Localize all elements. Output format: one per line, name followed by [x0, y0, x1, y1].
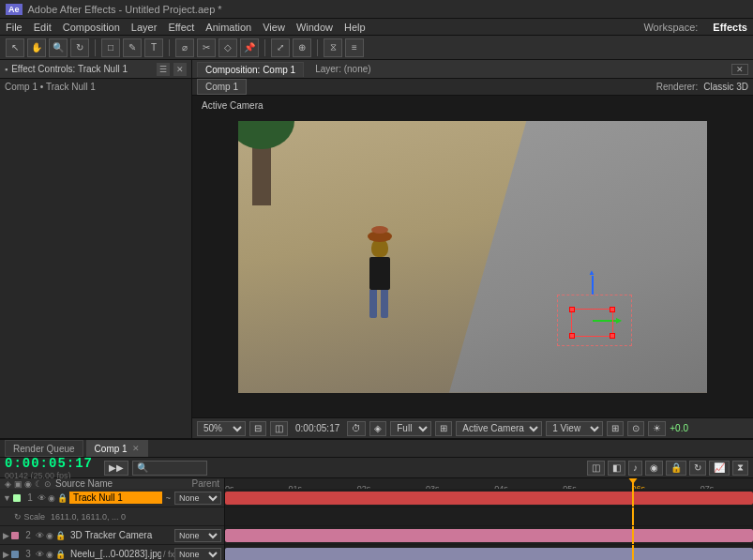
selection-tool[interactable]: ↖: [6, 38, 24, 57]
panel-menu-btn[interactable]: ☰: [157, 63, 170, 76]
menu-layer[interactable]: Layer: [131, 22, 158, 33]
time-btn[interactable]: ⏱: [347, 421, 366, 436]
layer-switch-1: ~: [166, 493, 171, 503]
person-leg-left: [369, 290, 377, 318]
menu-window[interactable]: Window: [296, 22, 333, 33]
track-bar-3: [225, 548, 753, 560]
zoom-select[interactable]: 50% 100%: [197, 421, 246, 436]
menu-composition[interactable]: Composition: [63, 22, 120, 33]
viewer-close-btn[interactable]: ✕: [731, 64, 748, 75]
track-playhead-1: [632, 489, 634, 507]
viewer-header: Composition: Comp 1 Layer: (none) ✕: [192, 60, 753, 79]
move-tool[interactable]: ⤢: [271, 38, 290, 57]
lock-btn[interactable]: 🔒: [666, 461, 686, 476]
menu-view[interactable]: View: [263, 22, 285, 33]
layer-solo-2[interactable]: ◉: [46, 531, 53, 540]
exposure-btn[interactable]: ☀: [648, 421, 666, 436]
layer-name-2[interactable]: 3D Tracker Camera: [68, 530, 174, 540]
grid-btn[interactable]: ⊞: [607, 421, 624, 436]
layer-name-3[interactable]: Neelu_[...0-00283].jpg: [68, 549, 161, 559]
hand-tool[interactable]: ✋: [27, 38, 46, 57]
comp-tab[interactable]: Comp 1: [197, 79, 247, 95]
audio-btn[interactable]: ♪: [628, 461, 642, 476]
timeline-controls: 0:00:05:17 00142 (25.00 fps) ▶▶ ◫ ◧ ♪ ◉ …: [0, 458, 753, 478]
layer-vis-1[interactable]: 👁: [38, 493, 46, 503]
layer-expand-2[interactable]: ▶: [3, 531, 9, 540]
pin-tool[interactable]: 📌: [240, 38, 259, 57]
snap-btn[interactable]: ◫: [270, 421, 288, 436]
rotate-tool[interactable]: ↻: [70, 38, 89, 57]
composition-canvas[interactable]: [192, 96, 753, 417]
layer-fx-3: / fx: [163, 550, 174, 559]
snap-tool[interactable]: ⧖: [324, 38, 342, 57]
effect-controls-content: [0, 95, 191, 438]
layer-lock-3[interactable]: 🔒: [55, 550, 66, 559]
current-time[interactable]: 0:00:05:17: [5, 456, 93, 471]
playhead-marker: [627, 478, 639, 484]
text-tool[interactable]: T: [144, 38, 163, 57]
menu-effect[interactable]: Effect: [168, 22, 194, 33]
track-playhead-3: [632, 545, 634, 560]
layer-markers-btn[interactable]: ◫: [587, 461, 605, 476]
graph-btn[interactable]: 📈: [709, 461, 730, 476]
layer-vis-3[interactable]: 👁: [36, 550, 44, 559]
view-count-select[interactable]: 1 View 2 Views: [546, 421, 603, 436]
quality-select[interactable]: Full Half: [390, 421, 431, 436]
pixel-btn[interactable]: ⊞: [435, 421, 452, 436]
eraser-tool[interactable]: ◇: [218, 38, 237, 57]
rect-tool[interactable]: □: [101, 38, 120, 57]
app-logo: Ae: [6, 4, 23, 15]
sub-track-row: [225, 507, 753, 526]
comp1-tab[interactable]: Comp 1 ✕: [86, 440, 148, 457]
comp1-tab-close[interactable]: ✕: [132, 444, 140, 453]
layer-parent-1[interactable]: None: [174, 492, 221, 505]
ram-preview-btn[interactable]: ▶▶: [104, 461, 128, 476]
tracker-box: [557, 295, 632, 346]
menu-file[interactable]: File: [6, 22, 23, 33]
solo-btn[interactable]: ◉: [645, 461, 663, 476]
active-camera-label: Active Camera: [202, 100, 264, 111]
time-remap-btn[interactable]: ⧗: [732, 461, 748, 476]
layer-num-1: 1: [23, 492, 38, 503]
timeline-layers: ▼ 1 👁 ◉ 🔒 Track Null 1 ~ None ↻ Scale 16…: [0, 489, 753, 560]
pen-tool[interactable]: ✎: [123, 38, 142, 57]
align-tool[interactable]: ≡: [345, 38, 364, 57]
mask-btn[interactable]: ◈: [369, 421, 386, 436]
tracker-arrow-vertical: [592, 276, 594, 295]
loop-btn[interactable]: ↻: [689, 461, 706, 476]
canvas-area: Active Camera: [192, 96, 753, 438]
layer-expand-3[interactable]: ▶: [3, 550, 9, 559]
track-playhead-2: [632, 526, 634, 544]
layer-solo-1[interactable]: ◉: [48, 493, 55, 503]
layer-parent-2[interactable]: None: [174, 529, 221, 542]
layer-expand-1[interactable]: ▼: [3, 493, 11, 503]
brush-tool[interactable]: ⌀: [175, 38, 194, 57]
fit-btn[interactable]: ⊟: [249, 421, 266, 436]
layer-search[interactable]: [132, 461, 207, 476]
panel-close-btn[interactable]: ✕: [173, 63, 187, 76]
layer-vis-2[interactable]: 👁: [36, 531, 44, 540]
timecode-display: 0:00:05:17 00142 (25.00 fps): [5, 456, 93, 480]
viewer-timecode: 0:00:05:17: [295, 423, 339, 433]
cam-orbit-tool[interactable]: ⊕: [293, 38, 311, 57]
menu-edit[interactable]: Edit: [34, 22, 52, 33]
ruler-content: 0s 01s 02s 03s 04s 05s 06s 07s: [225, 478, 753, 489]
layer-lock-1[interactable]: 🔒: [57, 493, 68, 503]
render-queue-tab[interactable]: Render Queue: [5, 440, 83, 457]
layer-row-2: ▶ 2 👁 ◉ 🔒 3D Tracker Camera None: [0, 526, 224, 545]
menu-help[interactable]: Help: [344, 22, 366, 33]
view-select[interactable]: Active Camera: [456, 421, 542, 436]
overlay-btn[interactable]: ⊙: [627, 421, 644, 436]
menu-animation[interactable]: Animation: [205, 22, 251, 33]
layer-name-1[interactable]: Track Null 1: [69, 492, 162, 504]
layer-lock-2[interactable]: 🔒: [55, 531, 66, 540]
zoom-tool[interactable]: 🔍: [49, 38, 68, 57]
layer-parent-3[interactable]: None: [174, 548, 221, 561]
comp-viewer-tab[interactable]: Composition: Comp 1: [197, 62, 304, 77]
clone-tool[interactable]: ✂: [197, 38, 216, 57]
separator-2: [169, 39, 170, 56]
layer-solo-3[interactable]: ◉: [46, 550, 53, 559]
comp-markers-btn[interactable]: ◧: [608, 461, 625, 476]
workspace-label: Workspace:: [643, 22, 698, 33]
playhead[interactable]: [632, 478, 634, 489]
